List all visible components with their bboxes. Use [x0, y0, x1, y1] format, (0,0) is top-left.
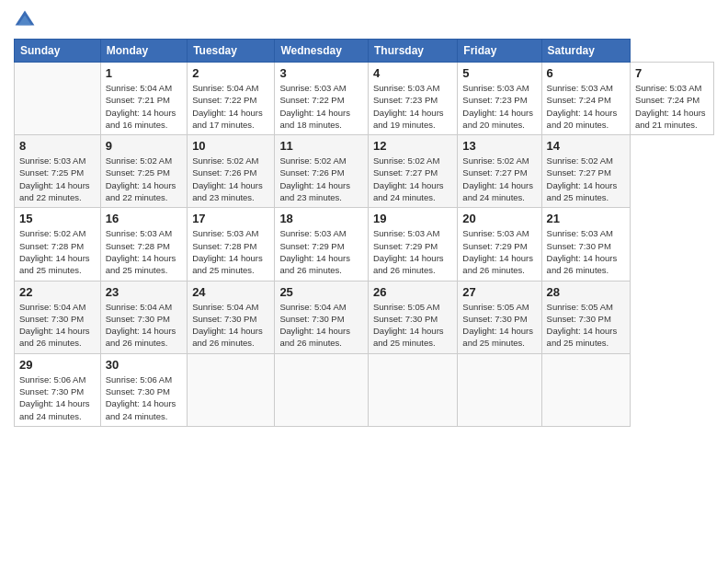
day-number: 13	[462, 139, 536, 153]
day-info: Sunrise: 5:03 AMSunset: 7:25 PMDaylight:…	[19, 155, 96, 203]
day-info: Sunrise: 5:05 AMSunset: 7:30 PMDaylight:…	[373, 301, 452, 350]
day-info: Sunrise: 5:02 AMSunset: 7:27 PMDaylight:…	[547, 155, 625, 203]
day-info: Sunrise: 5:03 AMSunset: 7:23 PMDaylight:…	[462, 82, 536, 131]
calendar-table: SundayMondayTuesdayWednesdayThursdayFrid…	[14, 39, 714, 427]
calendar-cell: 27Sunrise: 5:05 AMSunset: 7:30 PMDayligh…	[458, 281, 541, 353]
calendar-cell	[368, 353, 457, 426]
day-number: 23	[106, 285, 182, 299]
calendar-header-sunday: Sunday	[15, 40, 101, 63]
calendar-week-row: 22Sunrise: 5:04 AMSunset: 7:30 PMDayligh…	[15, 281, 714, 353]
day-info: Sunrise: 5:03 AMSunset: 7:28 PMDaylight:…	[106, 227, 182, 276]
calendar-cell: 11Sunrise: 5:02 AMSunset: 7:26 PMDayligh…	[275, 135, 369, 208]
calendar-week-row: 1Sunrise: 5:04 AMSunset: 7:21 PMDaylight…	[15, 63, 714, 135]
day-info: Sunrise: 5:02 AMSunset: 7:27 PMDaylight:…	[462, 155, 536, 203]
day-number: 19	[373, 212, 452, 225]
day-info: Sunrise: 5:03 AMSunset: 7:24 PMDaylight:…	[547, 82, 625, 131]
calendar-header-tuesday: Tuesday	[188, 40, 275, 63]
calendar-cell: 24Sunrise: 5:04 AMSunset: 7:30 PMDayligh…	[188, 281, 275, 353]
day-info: Sunrise: 5:04 AMSunset: 7:22 PMDaylight:…	[192, 82, 269, 131]
calendar-header-saturday: Saturday	[541, 40, 630, 63]
calendar-cell: 9Sunrise: 5:02 AMSunset: 7:25 PMDaylight…	[100, 135, 187, 208]
calendar-cell: 19Sunrise: 5:03 AMSunset: 7:29 PMDayligh…	[368, 208, 457, 281]
calendar-cell: 14Sunrise: 5:02 AMSunset: 7:27 PMDayligh…	[541, 135, 630, 208]
day-number: 20	[462, 212, 536, 225]
calendar-cell: 3Sunrise: 5:03 AMSunset: 7:22 PMDaylight…	[275, 63, 369, 135]
day-info: Sunrise: 5:03 AMSunset: 7:23 PMDaylight:…	[373, 82, 452, 131]
day-number: 25	[279, 285, 363, 299]
calendar-cell	[275, 353, 369, 426]
calendar-cell: 13Sunrise: 5:02 AMSunset: 7:27 PMDayligh…	[458, 135, 541, 208]
calendar-cell	[188, 353, 275, 426]
day-info: Sunrise: 5:05 AMSunset: 7:30 PMDaylight:…	[462, 301, 536, 350]
calendar-cell: 28Sunrise: 5:05 AMSunset: 7:30 PMDayligh…	[541, 281, 630, 353]
day-number: 1	[106, 66, 182, 80]
calendar-cell	[458, 353, 541, 426]
calendar-cell: 29Sunrise: 5:06 AMSunset: 7:30 PMDayligh…	[15, 353, 101, 426]
calendar-header-thursday: Thursday	[368, 40, 457, 63]
calendar-cell: 5Sunrise: 5:03 AMSunset: 7:23 PMDaylight…	[458, 63, 541, 135]
calendar-cell: 20Sunrise: 5:03 AMSunset: 7:29 PMDayligh…	[458, 208, 541, 281]
calendar-cell: 18Sunrise: 5:03 AMSunset: 7:29 PMDayligh…	[275, 208, 369, 281]
calendar-cell: 6Sunrise: 5:03 AMSunset: 7:24 PMDaylight…	[541, 63, 630, 135]
calendar-cell: 21Sunrise: 5:03 AMSunset: 7:30 PMDayligh…	[541, 208, 630, 281]
logo-icon	[14, 9, 36, 31]
day-info: Sunrise: 5:04 AMSunset: 7:30 PMDaylight:…	[192, 301, 269, 350]
day-number: 22	[19, 285, 96, 299]
day-number: 29	[19, 358, 96, 372]
calendar-header-monday: Monday	[100, 40, 187, 63]
calendar-cell: 23Sunrise: 5:04 AMSunset: 7:30 PMDayligh…	[100, 281, 187, 353]
calendar-header-row: SundayMondayTuesdayWednesdayThursdayFrid…	[15, 40, 714, 63]
calendar-cell	[15, 63, 101, 135]
day-number: 30	[106, 358, 182, 372]
day-number: 28	[547, 285, 625, 299]
day-info: Sunrise: 5:04 AMSunset: 7:21 PMDaylight:…	[106, 82, 182, 131]
day-info: Sunrise: 5:06 AMSunset: 7:30 PMDaylight:…	[19, 373, 96, 422]
day-info: Sunrise: 5:03 AMSunset: 7:29 PMDaylight:…	[462, 227, 536, 276]
calendar-header-wednesday: Wednesday	[275, 40, 369, 63]
day-number: 5	[462, 66, 536, 80]
day-number: 24	[192, 285, 269, 299]
calendar-week-row: 15Sunrise: 5:02 AMSunset: 7:28 PMDayligh…	[15, 208, 714, 281]
calendar-cell: 16Sunrise: 5:03 AMSunset: 7:28 PMDayligh…	[100, 208, 187, 281]
day-number: 16	[106, 212, 182, 225]
calendar-cell: 1Sunrise: 5:04 AMSunset: 7:21 PMDaylight…	[100, 63, 187, 135]
calendar-cell: 30Sunrise: 5:06 AMSunset: 7:30 PMDayligh…	[100, 353, 187, 426]
calendar-cell: 10Sunrise: 5:02 AMSunset: 7:26 PMDayligh…	[188, 135, 275, 208]
day-info: Sunrise: 5:03 AMSunset: 7:24 PMDaylight:…	[635, 82, 709, 131]
day-info: Sunrise: 5:05 AMSunset: 7:30 PMDaylight:…	[547, 301, 625, 350]
day-number: 18	[279, 212, 363, 225]
day-info: Sunrise: 5:04 AMSunset: 7:30 PMDaylight:…	[19, 301, 96, 350]
day-number: 9	[106, 139, 182, 153]
calendar-cell: 12Sunrise: 5:02 AMSunset: 7:27 PMDayligh…	[368, 135, 457, 208]
page-container: SundayMondayTuesdayWednesdayThursdayFrid…	[0, 0, 728, 436]
day-info: Sunrise: 5:02 AMSunset: 7:26 PMDaylight:…	[192, 155, 269, 203]
calendar-week-row: 8Sunrise: 5:03 AMSunset: 7:25 PMDaylight…	[15, 135, 714, 208]
day-info: Sunrise: 5:04 AMSunset: 7:30 PMDaylight:…	[279, 301, 363, 350]
logo	[14, 9, 40, 31]
day-info: Sunrise: 5:03 AMSunset: 7:29 PMDaylight:…	[279, 227, 363, 276]
day-info: Sunrise: 5:03 AMSunset: 7:28 PMDaylight:…	[192, 227, 269, 276]
day-number: 21	[547, 212, 625, 225]
calendar-cell: 22Sunrise: 5:04 AMSunset: 7:30 PMDayligh…	[15, 281, 101, 353]
day-number: 12	[373, 139, 452, 153]
calendar-cell: 26Sunrise: 5:05 AMSunset: 7:30 PMDayligh…	[368, 281, 457, 353]
calendar-cell: 4Sunrise: 5:03 AMSunset: 7:23 PMDaylight…	[368, 63, 457, 135]
day-number: 11	[279, 139, 363, 153]
calendar-cell: 25Sunrise: 5:04 AMSunset: 7:30 PMDayligh…	[275, 281, 369, 353]
calendar-cell: 17Sunrise: 5:03 AMSunset: 7:28 PMDayligh…	[188, 208, 275, 281]
day-number: 10	[192, 139, 269, 153]
day-info: Sunrise: 5:06 AMSunset: 7:30 PMDaylight:…	[106, 373, 182, 422]
day-number: 2	[192, 66, 269, 80]
day-number: 27	[462, 285, 536, 299]
calendar-header-friday: Friday	[458, 40, 541, 63]
day-number: 6	[547, 66, 625, 80]
day-number: 7	[635, 66, 709, 80]
day-number: 15	[19, 212, 96, 225]
calendar-cell: 15Sunrise: 5:02 AMSunset: 7:28 PMDayligh…	[15, 208, 101, 281]
day-number: 8	[19, 139, 96, 153]
day-info: Sunrise: 5:03 AMSunset: 7:29 PMDaylight:…	[373, 227, 452, 276]
day-number: 14	[547, 139, 625, 153]
day-number: 4	[373, 66, 452, 80]
calendar-week-row: 29Sunrise: 5:06 AMSunset: 7:30 PMDayligh…	[15, 353, 714, 426]
day-info: Sunrise: 5:02 AMSunset: 7:27 PMDaylight:…	[373, 155, 452, 203]
